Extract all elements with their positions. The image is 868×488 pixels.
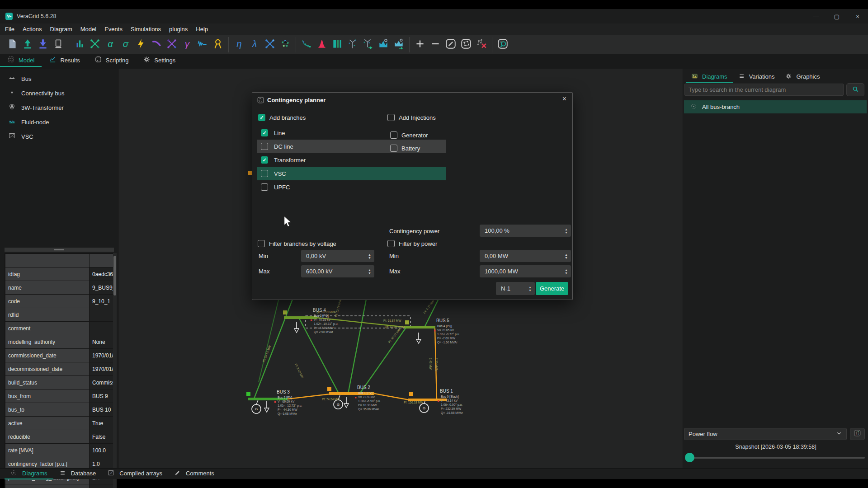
zoom-in-button[interactable]	[412, 37, 428, 52]
search-button[interactable]	[846, 83, 864, 96]
time-slider[interactable]	[686, 457, 865, 459]
right-tab-variations[interactable]: Variations	[733, 71, 780, 83]
tab-settings[interactable]: Settings	[136, 54, 183, 67]
generate-button[interactable]: Generate	[536, 282, 568, 295]
scatter-purple-button[interactable]	[164, 37, 179, 52]
sidebar-item-3w-transformer[interactable]: 3W-Transformer	[0, 100, 118, 115]
checkbox[interactable]: ✓	[261, 183, 268, 191]
filter-voltage-checkbox[interactable]: ✓	[258, 240, 265, 247]
eta-button[interactable]: η	[231, 37, 247, 52]
spin-arrows-icon[interactable]: ▲▼	[565, 268, 568, 275]
spin-arrows-icon[interactable]: ▲▼	[565, 253, 568, 259]
status-item-compiled-arrays[interactable]: Compiled arrays	[102, 469, 168, 479]
table-row[interactable]: idtag0aedc363	[5, 267, 117, 281]
battery-checkbox[interactable]: ✓	[390, 145, 397, 152]
splitter-handle[interactable]	[5, 248, 114, 252]
histogram-button[interactable]	[376, 37, 391, 52]
menu-item-actions[interactable]: Actions	[19, 23, 46, 35]
column-plot-button[interactable]	[330, 37, 345, 52]
alpha-button[interactable]: α	[103, 37, 118, 52]
scatter-green-button[interactable]	[87, 37, 103, 52]
save-file-button[interactable]	[35, 37, 51, 52]
lasso-button[interactable]	[210, 37, 226, 52]
table-row[interactable]: activeTrue	[5, 417, 117, 430]
tab-model[interactable]: Model	[0, 54, 42, 67]
spin-arrows-icon[interactable]: ▲▼	[368, 253, 371, 259]
export-image-button[interactable]	[51, 37, 66, 52]
cluster-button[interactable]	[278, 37, 293, 52]
menu-item-diagram[interactable]: Diagram	[46, 23, 76, 35]
checkbox[interactable]: ✓	[261, 156, 268, 164]
checkbox[interactable]: ✓	[261, 143, 268, 150]
scatter-blue-button[interactable]	[262, 37, 278, 52]
sidebar-item-bus[interactable]: Bus	[0, 71, 118, 86]
generator-checkbox[interactable]: ✓	[390, 131, 397, 139]
dialog-close-button[interactable]: ×	[562, 95, 566, 103]
diagram-list-item-all-bus-branch[interactable]: All bus-branch	[684, 100, 867, 113]
sidebar-item-connectivity-bus[interactable]: Connectivity bus	[0, 86, 118, 100]
table-row[interactable]: monitor_loadingTrue	[5, 484, 117, 488]
table-row[interactable]: build_statusCommissi	[5, 376, 117, 389]
table-row[interactable]: name9_BUS9_1	[5, 281, 117, 295]
menu-item-model[interactable]: Model	[76, 23, 100, 35]
table-row[interactable]: bus_fromBUS 9	[5, 389, 117, 403]
table-row[interactable]: rdfid	[5, 308, 117, 322]
tab-scripting[interactable]: Scripting	[87, 54, 136, 67]
table-row[interactable]: rate [MVA]100.0	[5, 444, 117, 457]
table-row[interactable]: decommissioned_date1970/01/0	[5, 362, 117, 376]
status-item-diagrams[interactable]: Diagrams	[5, 469, 53, 479]
spin-arrows-icon[interactable]: ▲▼	[565, 228, 568, 234]
sidebar-item-vsc[interactable]: VSC	[0, 129, 118, 144]
checkbox[interactable]: ✓	[261, 170, 268, 177]
bar-chart-button[interactable]	[72, 37, 87, 52]
result-type-dropdown[interactable]: Power flow	[684, 428, 847, 440]
colour-network-button[interactable]	[850, 428, 865, 440]
spin-arrows-icon[interactable]: ▲▼	[528, 286, 532, 292]
tab-results[interactable]: Results	[42, 54, 87, 67]
table-row[interactable]: modelling_authorityNone	[5, 335, 117, 349]
bus-bus5[interactable]: BUS 5Bus 4 [PQ]V= 70.65 kV1.02< -9.77° p…	[405, 318, 460, 344]
table-row[interactable]: bus_toBUS 10	[5, 403, 117, 417]
menu-item-events[interactable]: Events	[100, 23, 127, 35]
time-slider-handle[interactable]	[685, 453, 694, 462]
add-branches-checkbox[interactable]: ✓	[258, 114, 265, 121]
voltage-min-spinbox[interactable]: 0,00 kV ▲▼	[301, 250, 374, 262]
schematic-mode-button[interactable]	[458, 37, 474, 52]
histogram-run-button[interactable]	[391, 37, 406, 52]
menu-item-help[interactable]: Help	[192, 23, 212, 35]
power-max-spinbox[interactable]: 1000,00 MW ▲▼	[480, 265, 571, 277]
lambda-button[interactable]: λ	[247, 37, 262, 52]
status-item-database[interactable]: Database	[53, 469, 102, 479]
filter-power-checkbox[interactable]: ✓	[387, 240, 395, 247]
branch-option-upfc[interactable]: ✓UPFC	[257, 180, 446, 194]
minimize-button[interactable]: —	[806, 9, 826, 23]
add-injections-checkbox[interactable]: ✓	[387, 114, 395, 121]
branch-option-vsc[interactable]: ✓VSC	[257, 167, 446, 180]
waveform-button[interactable]	[195, 37, 210, 52]
close-button[interactable]: ×	[847, 9, 868, 23]
maximize-button[interactable]: ▢	[826, 9, 847, 23]
table-row[interactable]: code9_10_1	[5, 295, 117, 308]
open-file-button[interactable]	[20, 37, 35, 52]
new-file-button[interactable]	[5, 37, 20, 52]
right-tab-graphics[interactable]: Graphics	[780, 71, 825, 83]
gamma-button[interactable]: γ	[179, 37, 195, 52]
spin-arrows-icon[interactable]: ▲▼	[368, 268, 371, 275]
scrollbar-thumb[interactable]	[113, 256, 116, 296]
draw-mode-button[interactable]	[443, 37, 458, 52]
curve-purple-button[interactable]	[149, 37, 164, 52]
search-input[interactable]	[684, 84, 844, 96]
menu-item-file[interactable]: File	[1, 23, 19, 35]
branch-option-transformer[interactable]: ✓Transformer	[257, 153, 446, 167]
decay-plot-button[interactable]	[299, 37, 314, 52]
checkbox[interactable]: ✓	[261, 129, 268, 136]
contingency-tree-button[interactable]: ***	[345, 37, 360, 52]
menu-item-simulations[interactable]: Simulations	[127, 23, 165, 35]
menu-item-plugins[interactable]: plugins	[165, 23, 192, 35]
lightning-button[interactable]	[133, 37, 149, 52]
table-row[interactable]: commissioned_date1970/01/0	[5, 349, 117, 362]
sigma-button[interactable]: σ	[118, 37, 133, 52]
zoom-out-button[interactable]	[428, 37, 443, 52]
table-row[interactable]: reducibleFalse	[5, 430, 117, 444]
delete-network-button[interactable]	[474, 37, 489, 52]
